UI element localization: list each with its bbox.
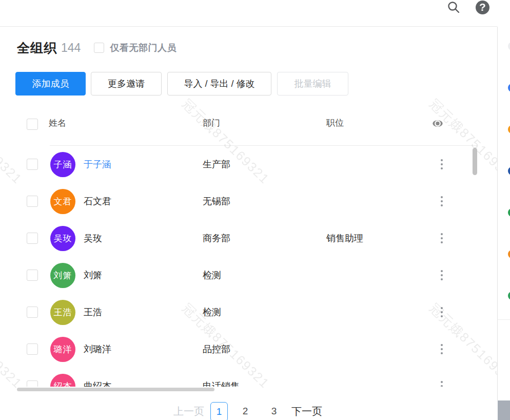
- table-header: 姓名 部门 职位: [0, 117, 477, 145]
- row-more-actions-icon[interactable]: [438, 341, 446, 357]
- member-dept: 电话销售: [203, 368, 240, 387]
- pagination-page-3[interactable]: 3: [263, 402, 285, 420]
- right-panel-divider: [498, 319, 510, 320]
- row-checkbox[interactable]: [27, 307, 38, 318]
- avatar: 王浩: [50, 300, 75, 325]
- clipped-avatar-dot: [508, 84, 510, 92]
- avatar: 吴玫: [50, 226, 75, 251]
- batch-edit-button[interactable]: 批量编辑: [277, 72, 348, 96]
- pagination: 上一页 1 2 3 下一页: [0, 402, 497, 420]
- member-name[interactable]: 王浩: [84, 294, 102, 331]
- member-name[interactable]: 刘箫: [84, 257, 102, 294]
- member-name[interactable]: 曲绍杰: [84, 368, 111, 387]
- member-dept: 品控部: [203, 331, 230, 368]
- pagination-page-2[interactable]: 2: [234, 402, 257, 420]
- row-checkbox[interactable]: [27, 159, 38, 170]
- avatar: 绍杰: [50, 374, 75, 387]
- clipped-avatar-dot: [508, 125, 510, 133]
- member-dept: 生产部: [203, 146, 230, 183]
- column-visibility-eye-icon[interactable]: [431, 118, 444, 130]
- search-icon[interactable]: [447, 1, 460, 14]
- member-dept: 检测: [203, 257, 221, 294]
- member-name[interactable]: 于子涵: [84, 146, 111, 183]
- avatar: 刘箫: [50, 263, 75, 288]
- window-scrollbar-thumb[interactable]: [498, 400, 510, 420]
- avatar: 文君: [50, 189, 75, 214]
- column-header-name: 姓名: [49, 117, 66, 129]
- title-row: 全组织 144 仅看无部门人员: [17, 41, 176, 54]
- member-row[interactable]: 王浩王浩检测: [0, 294, 477, 331]
- member-row[interactable]: 文君石文君无锡部: [0, 183, 477, 220]
- app-window: 冠元娥875169321冠元娥875169321冠元娥875169321冠元娥8…: [0, 0, 510, 420]
- row-more-actions-icon[interactable]: [438, 378, 446, 387]
- avatar: 子涵: [50, 152, 75, 177]
- member-dept: 商务部: [203, 220, 230, 257]
- top-bar: ?: [0, 0, 497, 27]
- right-edge-panel: [498, 0, 510, 420]
- more-invite-button[interactable]: 更多邀请: [91, 72, 162, 96]
- toolbar: 添加成员 更多邀请 导入 / 导出 / 修改 批量编辑: [15, 72, 348, 96]
- clipped-avatar-dot: [508, 167, 510, 175]
- row-checkbox[interactable]: [27, 380, 38, 387]
- member-name[interactable]: 刘璐洋: [84, 331, 111, 368]
- row-checkbox[interactable]: [27, 343, 38, 355]
- member-title: 销售助理: [326, 220, 363, 257]
- clipped-avatar-dot: [508, 292, 510, 300]
- table-body: 子涵于子涵生产部文君石文君无锡部吴玫吴玫商务部销售助理刘箫刘箫检测王浩王浩检测璐…: [0, 146, 477, 387]
- filter-checkbox-label[interactable]: 仅看无部门人员: [110, 42, 176, 54]
- filter-checkbox[interactable]: [94, 43, 104, 53]
- member-row[interactable]: 刘箫刘箫检测: [0, 257, 477, 294]
- member-row[interactable]: 吴玫吴玫商务部销售助理: [0, 220, 477, 257]
- pagination-next[interactable]: 下一页: [291, 402, 324, 420]
- select-all-checkbox[interactable]: [27, 119, 38, 130]
- page-title: 全组织: [17, 40, 57, 56]
- member-dept: 无锡部: [203, 183, 230, 220]
- member-row[interactable]: 子涵于子涵生产部: [0, 146, 477, 183]
- member-row[interactable]: 绍杰曲绍杰电话销售: [0, 368, 477, 387]
- vertical-scrollbar-thumb[interactable]: [473, 148, 477, 175]
- row-checkbox[interactable]: [27, 233, 38, 244]
- clipped-avatar-dot: [508, 42, 510, 50]
- row-checkbox[interactable]: [27, 270, 38, 281]
- column-header-title: 职位: [326, 117, 344, 129]
- row-more-actions-icon[interactable]: [438, 156, 446, 173]
- row-more-actions-icon[interactable]: [438, 304, 446, 320]
- import-export-button[interactable]: 导入 / 导出 / 修改: [167, 72, 271, 96]
- row-more-actions-icon[interactable]: [438, 230, 446, 246]
- help-icon[interactable]: ?: [476, 1, 489, 14]
- avatar: 璐洋: [50, 337, 75, 362]
- clipped-avatar-dot: [508, 250, 510, 258]
- pagination-prev[interactable]: 上一页: [173, 402, 204, 420]
- clipped-avatar-dot: [508, 208, 510, 217]
- member-row[interactable]: 璐洋刘璐洋品控部: [0, 331, 477, 368]
- horizontal-scrollbar-thumb[interactable]: [17, 388, 214, 391]
- member-count: 144: [61, 41, 81, 55]
- main-content: 全组织 144 仅看无部门人员 添加成员 更多邀请 导入 / 导出 / 修改 批…: [0, 27, 497, 420]
- add-member-button[interactable]: 添加成员: [15, 72, 86, 96]
- member-name[interactable]: 石文君: [84, 183, 111, 220]
- column-header-dept: 部门: [203, 117, 220, 129]
- row-more-actions-icon[interactable]: [438, 267, 446, 283]
- pagination-page-1[interactable]: 1: [210, 402, 228, 420]
- member-name[interactable]: 吴玫: [84, 220, 102, 257]
- row-checkbox[interactable]: [27, 196, 38, 207]
- member-dept: 检测: [203, 294, 221, 331]
- row-more-actions-icon[interactable]: [438, 193, 446, 209]
